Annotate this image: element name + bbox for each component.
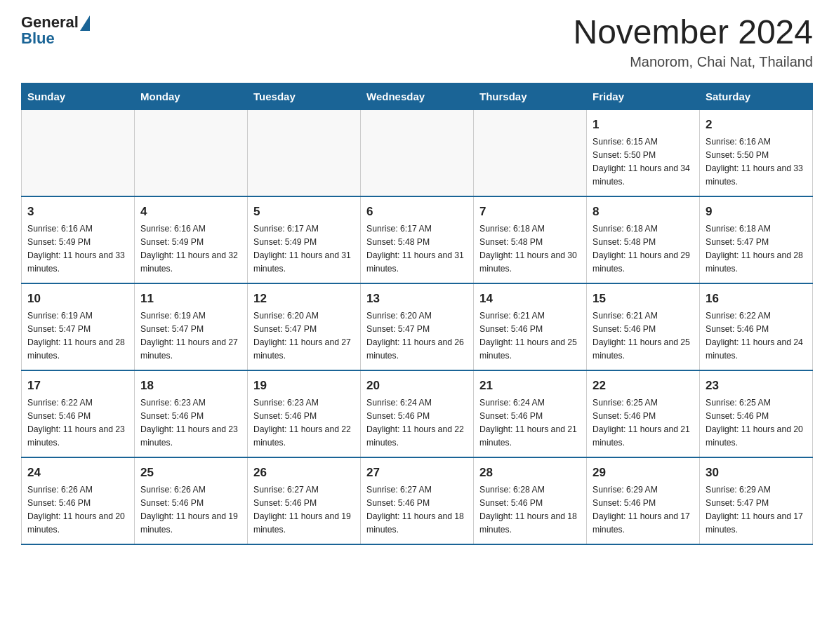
day-number: 8 <box>593 203 694 221</box>
col-header-monday: Monday <box>135 83 248 109</box>
calendar-cell <box>248 109 361 196</box>
calendar-cell: 10Sunrise: 6:19 AMSunset: 5:47 PMDayligh… <box>22 283 135 370</box>
day-info: Sunrise: 6:17 AMSunset: 5:49 PMDaylight:… <box>253 222 355 276</box>
col-header-wednesday: Wednesday <box>361 83 474 109</box>
calendar-cell: 22Sunrise: 6:25 AMSunset: 5:46 PMDayligh… <box>587 370 700 457</box>
calendar-header-row: SundayMondayTuesdayWednesdayThursdayFrid… <box>22 83 813 109</box>
day-number: 2 <box>706 116 807 134</box>
logo-triangle-icon <box>80 15 90 31</box>
calendar-week-row: 24Sunrise: 6:26 AMSunset: 5:46 PMDayligh… <box>22 457 813 544</box>
day-number: 26 <box>253 464 355 482</box>
day-number: 24 <box>27 464 128 482</box>
calendar-cell: 30Sunrise: 6:29 AMSunset: 5:47 PMDayligh… <box>700 457 813 544</box>
col-header-saturday: Saturday <box>700 83 813 109</box>
day-info: Sunrise: 6:17 AMSunset: 5:48 PMDaylight:… <box>366 222 468 276</box>
page-header: General Blue November 2024 Manorom, Chai… <box>21 14 813 70</box>
day-number: 19 <box>253 377 355 395</box>
calendar-cell: 8Sunrise: 6:18 AMSunset: 5:48 PMDaylight… <box>587 196 700 283</box>
day-info: Sunrise: 6:16 AMSunset: 5:50 PMDaylight:… <box>706 135 807 189</box>
calendar-cell: 24Sunrise: 6:26 AMSunset: 5:46 PMDayligh… <box>22 457 135 544</box>
day-number: 3 <box>27 203 128 221</box>
day-info: Sunrise: 6:16 AMSunset: 5:49 PMDaylight:… <box>27 222 128 276</box>
day-info: Sunrise: 6:18 AMSunset: 5:48 PMDaylight:… <box>593 222 694 276</box>
day-info: Sunrise: 6:24 AMSunset: 5:46 PMDaylight:… <box>479 396 581 450</box>
day-info: Sunrise: 6:26 AMSunset: 5:46 PMDaylight:… <box>27 483 128 537</box>
calendar-cell: 15Sunrise: 6:21 AMSunset: 5:46 PMDayligh… <box>587 283 700 370</box>
calendar-cell: 1Sunrise: 6:15 AMSunset: 5:50 PMDaylight… <box>587 109 700 196</box>
title-block: November 2024 Manorom, Chai Nat, Thailan… <box>573 14 813 70</box>
day-info: Sunrise: 6:22 AMSunset: 5:46 PMDaylight:… <box>706 309 807 363</box>
month-title: November 2024 <box>573 14 813 51</box>
day-number: 10 <box>27 290 128 308</box>
calendar-cell: 13Sunrise: 6:20 AMSunset: 5:47 PMDayligh… <box>361 283 474 370</box>
col-header-tuesday: Tuesday <box>248 83 361 109</box>
day-number: 11 <box>140 290 241 308</box>
calendar-cell: 19Sunrise: 6:23 AMSunset: 5:46 PMDayligh… <box>248 370 361 457</box>
day-number: 7 <box>479 203 581 221</box>
location-title: Manorom, Chai Nat, Thailand <box>573 54 813 70</box>
day-info: Sunrise: 6:23 AMSunset: 5:46 PMDaylight:… <box>140 396 241 450</box>
logo-general-text: General <box>21 14 79 31</box>
day-number: 4 <box>140 203 241 221</box>
calendar-week-row: 17Sunrise: 6:22 AMSunset: 5:46 PMDayligh… <box>22 370 813 457</box>
calendar-cell: 27Sunrise: 6:27 AMSunset: 5:46 PMDayligh… <box>361 457 474 544</box>
day-number: 17 <box>27 377 128 395</box>
calendar-table: SundayMondayTuesdayWednesdayThursdayFrid… <box>21 83 813 545</box>
day-info: Sunrise: 6:26 AMSunset: 5:46 PMDaylight:… <box>140 483 241 537</box>
day-info: Sunrise: 6:18 AMSunset: 5:47 PMDaylight:… <box>706 222 807 276</box>
day-info: Sunrise: 6:24 AMSunset: 5:46 PMDaylight:… <box>366 396 468 450</box>
day-number: 5 <box>253 203 355 221</box>
day-number: 29 <box>593 464 694 482</box>
calendar-cell: 26Sunrise: 6:27 AMSunset: 5:46 PMDayligh… <box>248 457 361 544</box>
day-number: 13 <box>366 290 468 308</box>
calendar-cell <box>135 109 248 196</box>
day-number: 12 <box>253 290 355 308</box>
day-info: Sunrise: 6:16 AMSunset: 5:49 PMDaylight:… <box>140 222 241 276</box>
calendar-cell: 18Sunrise: 6:23 AMSunset: 5:46 PMDayligh… <box>135 370 248 457</box>
day-info: Sunrise: 6:18 AMSunset: 5:48 PMDaylight:… <box>479 222 581 276</box>
day-info: Sunrise: 6:27 AMSunset: 5:46 PMDaylight:… <box>253 483 355 537</box>
day-info: Sunrise: 6:22 AMSunset: 5:46 PMDaylight:… <box>27 396 128 450</box>
day-info: Sunrise: 6:25 AMSunset: 5:46 PMDaylight:… <box>593 396 694 450</box>
day-number: 30 <box>706 464 807 482</box>
calendar-cell: 12Sunrise: 6:20 AMSunset: 5:47 PMDayligh… <box>248 283 361 370</box>
calendar-cell: 3Sunrise: 6:16 AMSunset: 5:49 PMDaylight… <box>22 196 135 283</box>
calendar-week-row: 1Sunrise: 6:15 AMSunset: 5:50 PMDaylight… <box>22 109 813 196</box>
calendar-cell: 28Sunrise: 6:28 AMSunset: 5:46 PMDayligh… <box>474 457 587 544</box>
calendar-cell: 14Sunrise: 6:21 AMSunset: 5:46 PMDayligh… <box>474 283 587 370</box>
day-info: Sunrise: 6:19 AMSunset: 5:47 PMDaylight:… <box>27 309 128 363</box>
day-number: 18 <box>140 377 241 395</box>
day-number: 22 <box>593 377 694 395</box>
calendar-cell: 16Sunrise: 6:22 AMSunset: 5:46 PMDayligh… <box>700 283 813 370</box>
day-number: 20 <box>366 377 468 395</box>
day-info: Sunrise: 6:25 AMSunset: 5:46 PMDaylight:… <box>706 396 807 450</box>
day-number: 6 <box>366 203 468 221</box>
calendar-cell: 9Sunrise: 6:18 AMSunset: 5:47 PMDaylight… <box>700 196 813 283</box>
day-info: Sunrise: 6:19 AMSunset: 5:47 PMDaylight:… <box>140 309 241 363</box>
logo-blue-text: Blue <box>21 29 55 48</box>
col-header-friday: Friday <box>587 83 700 109</box>
day-number: 1 <box>593 116 694 134</box>
day-number: 27 <box>366 464 468 482</box>
day-info: Sunrise: 6:27 AMSunset: 5:46 PMDaylight:… <box>366 483 468 537</box>
day-number: 28 <box>479 464 581 482</box>
calendar-cell: 7Sunrise: 6:18 AMSunset: 5:48 PMDaylight… <box>474 196 587 283</box>
day-number: 16 <box>706 290 807 308</box>
calendar-cell: 20Sunrise: 6:24 AMSunset: 5:46 PMDayligh… <box>361 370 474 457</box>
col-header-sunday: Sunday <box>22 83 135 109</box>
day-number: 9 <box>706 203 807 221</box>
day-info: Sunrise: 6:20 AMSunset: 5:47 PMDaylight:… <box>253 309 355 363</box>
day-info: Sunrise: 6:21 AMSunset: 5:46 PMDaylight:… <box>593 309 694 363</box>
day-info: Sunrise: 6:28 AMSunset: 5:46 PMDaylight:… <box>479 483 581 537</box>
calendar-cell: 4Sunrise: 6:16 AMSunset: 5:49 PMDaylight… <box>135 196 248 283</box>
calendar-cell: 5Sunrise: 6:17 AMSunset: 5:49 PMDaylight… <box>248 196 361 283</box>
day-info: Sunrise: 6:29 AMSunset: 5:46 PMDaylight:… <box>593 483 694 537</box>
calendar-cell <box>474 109 587 196</box>
col-header-thursday: Thursday <box>474 83 587 109</box>
day-number: 15 <box>593 290 694 308</box>
calendar-cell: 6Sunrise: 6:17 AMSunset: 5:48 PMDaylight… <box>361 196 474 283</box>
calendar-cell <box>22 109 135 196</box>
calendar-cell: 11Sunrise: 6:19 AMSunset: 5:47 PMDayligh… <box>135 283 248 370</box>
day-info: Sunrise: 6:29 AMSunset: 5:47 PMDaylight:… <box>706 483 807 537</box>
day-info: Sunrise: 6:23 AMSunset: 5:46 PMDaylight:… <box>253 396 355 450</box>
